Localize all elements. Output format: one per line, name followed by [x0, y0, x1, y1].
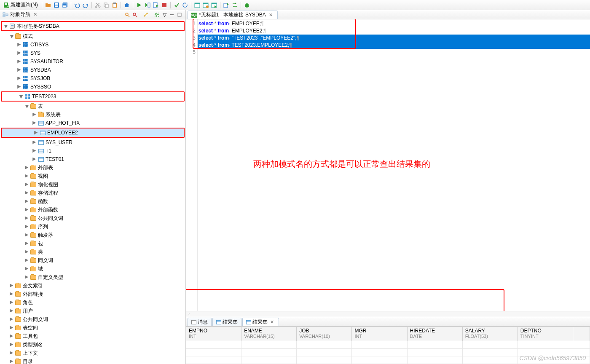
- column-header[interactable]: HIREDATEDATE: [407, 327, 462, 341]
- root-folder[interactable]: ⯈用户: [0, 307, 185, 315]
- schema-subfolder[interactable]: ⯈物化视图: [0, 180, 185, 189]
- tree-toggle-icon[interactable]: ⯈: [17, 51, 22, 56]
- maximize-icon[interactable]: [176, 11, 183, 18]
- table-node[interactable]: ⯈TEST01: [0, 155, 185, 163]
- tree-toggle-icon[interactable]: ⯈: [24, 191, 30, 195]
- schema-subfolder[interactable]: ⯈域: [0, 265, 185, 273]
- tree-toggle-icon[interactable]: ⯈: [24, 199, 30, 204]
- root-folder[interactable]: ⯈工具包: [0, 332, 185, 340]
- tree-toggle-icon[interactable]: ⯈: [17, 43, 22, 47]
- root-folder[interactable]: ⯈外部链接: [0, 290, 185, 298]
- save-icon[interactable]: [53, 1, 60, 9]
- rollback-icon[interactable]: [181, 1, 189, 9]
- tree-toggle-icon[interactable]: ⯈: [24, 174, 30, 179]
- open-icon[interactable]: [44, 1, 52, 9]
- root-folder[interactable]: ⯈类型别名: [0, 340, 185, 349]
- column-header[interactable]: DEPTNOTINYINT: [518, 327, 573, 341]
- copy-icon[interactable]: [102, 1, 110, 9]
- tree-toggle-icon[interactable]: ⯈: [9, 317, 14, 322]
- bug-icon[interactable]: [243, 1, 251, 9]
- schema-subfolder[interactable]: ⯈类: [0, 248, 185, 256]
- table-node[interactable]: ⯈EMPLOYEE2: [2, 128, 184, 137]
- schema-folder[interactable]: ⯆模式: [0, 32, 185, 40]
- schema-node[interactable]: ⯈SYS: [0, 49, 185, 57]
- schema-subfolder[interactable]: ⯈外部表: [0, 163, 185, 172]
- schema-subfolder[interactable]: ⯈同义词: [0, 256, 185, 265]
- table-node[interactable]: ⯈T1: [0, 147, 185, 155]
- table-row[interactable]: [186, 341, 590, 349]
- expand-all-icon[interactable]: [153, 11, 160, 18]
- root-folder[interactable]: ⯈全文索引: [0, 281, 185, 290]
- tree-toggle-icon[interactable]: ⯈: [9, 359, 14, 364]
- minimize-icon[interactable]: [169, 11, 175, 18]
- tree-toggle-icon[interactable]: ⯈: [17, 68, 22, 72]
- tree-toggle-icon[interactable]: ⯈: [24, 275, 30, 280]
- connection-node[interactable]: ⯆本地连接-SYSDBA: [2, 22, 184, 30]
- tree-toggle-icon[interactable]: ⯆: [19, 94, 24, 99]
- schema-node[interactable]: ⯈SYSAUDITOR: [0, 57, 185, 66]
- column-header[interactable]: EMPNOINT: [186, 327, 241, 341]
- editor-tab-close-icon[interactable]: ✕: [268, 12, 274, 18]
- tree-toggle-icon[interactable]: ⯈: [24, 225, 30, 229]
- tree-toggle-icon[interactable]: ⯈: [24, 216, 30, 221]
- schema-subfolder[interactable]: ⯈公共同义词: [0, 214, 185, 222]
- tree-toggle-icon[interactable]: ⯈: [9, 309, 14, 313]
- root-folder[interactable]: ⯈上下文: [0, 349, 185, 357]
- schema-node[interactable]: ⯈CTISYS: [0, 40, 185, 49]
- tree-toggle-icon[interactable]: ⯈: [9, 292, 14, 297]
- cut-icon[interactable]: [94, 1, 102, 9]
- view-menu-icon[interactable]: ▽: [161, 11, 168, 18]
- tree-toggle-icon[interactable]: ⯈: [24, 241, 30, 246]
- schema-node[interactable]: ⯈SYSJOB: [0, 74, 185, 83]
- debug-step-icon[interactable]: [144, 1, 151, 9]
- tree-toggle-icon[interactable]: ⯈: [9, 326, 14, 330]
- run-icon[interactable]: [135, 1, 143, 9]
- commit-icon[interactable]: [173, 1, 180, 9]
- schema-subfolder[interactable]: ⯈视图: [0, 172, 185, 180]
- edit-icon[interactable]: [142, 11, 149, 18]
- tree-toggle-icon[interactable]: ⯈: [32, 121, 37, 126]
- schema-node[interactable]: ⯆TEST2023: [2, 92, 184, 101]
- tree-toggle-icon[interactable]: ⯈: [9, 284, 14, 288]
- calendar2-icon[interactable]: [202, 1, 209, 9]
- tables-folder[interactable]: ⯆表: [0, 102, 185, 110]
- schema-subfolder[interactable]: ⯈包: [0, 239, 185, 248]
- tree-toggle-icon[interactable]: ⯈: [34, 131, 39, 135]
- save-all-icon[interactable]: [61, 1, 69, 9]
- export-icon[interactable]: [223, 1, 230, 9]
- tree-toggle-icon[interactable]: ⯈: [9, 300, 14, 305]
- table-node[interactable]: ⯈APP_HOT_FIX: [0, 119, 185, 127]
- tree-toggle-icon[interactable]: ⯈: [17, 85, 22, 89]
- undo-icon[interactable]: [73, 1, 81, 9]
- find-object-icon[interactable]: [124, 11, 131, 18]
- object-tree[interactable]: ⯆本地连接-SYSDBA⯆模式⯈CTISYS⯈SYS⯈SYSAUDITOR⯈SY…: [0, 19, 185, 364]
- schema-subfolder[interactable]: ⯈自定义类型: [0, 273, 185, 281]
- tree-toggle-icon[interactable]: ⯈: [24, 166, 30, 170]
- root-folder[interactable]: ⯈角色: [0, 298, 185, 307]
- result-tab[interactable]: 结果集✕: [242, 318, 279, 326]
- tree-toggle-icon[interactable]: ⯈: [32, 149, 37, 153]
- calendar1-icon[interactable]: [193, 1, 201, 9]
- tree-toggle-icon[interactable]: ⯈: [9, 351, 14, 356]
- result-tab[interactable]: 消息: [188, 318, 212, 326]
- column-header[interactable]: JOBVARCHAR(10): [297, 327, 352, 341]
- stop-icon[interactable]: [161, 1, 168, 9]
- object-nav-close-icon[interactable]: ✕: [32, 12, 38, 17]
- tree-toggle-icon[interactable]: ⯈: [17, 76, 22, 81]
- find-object2-icon[interactable]: [131, 11, 138, 18]
- table-node[interactable]: ⯈SYS_USER: [0, 138, 185, 147]
- tree-toggle-icon[interactable]: ⯆: [9, 34, 14, 39]
- tree-toggle-icon[interactable]: ⯆: [24, 104, 30, 109]
- root-folder[interactable]: ⯈目录: [0, 357, 185, 364]
- schema-subfolder[interactable]: ⯈函数: [0, 197, 185, 206]
- system-tables-folder[interactable]: ⯈系统表: [0, 110, 185, 119]
- sql-editor[interactable]: 12345 select·*·from· EMPLOYEE;¶select·*·…: [186, 19, 590, 311]
- result-tab-close-icon[interactable]: ✕: [269, 319, 275, 325]
- tree-toggle-icon[interactable]: ⯈: [24, 233, 30, 238]
- calendar3-icon[interactable]: [210, 1, 218, 9]
- tree-toggle-icon[interactable]: ⯈: [32, 140, 37, 145]
- result-panel-handle[interactable]: ‹: [186, 311, 590, 317]
- column-header[interactable]: MGRINT: [352, 327, 407, 341]
- tree-toggle-icon[interactable]: ⯈: [24, 208, 30, 212]
- redo-icon[interactable]: [82, 1, 89, 9]
